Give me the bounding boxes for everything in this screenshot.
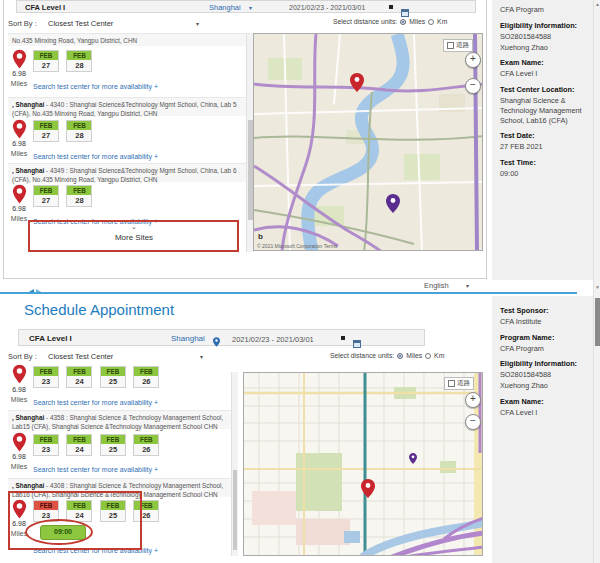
- top-item1-distance: 6.98: [8, 70, 30, 77]
- bottom-list-scrollbar-thumb[interactable]: [233, 470, 237, 550]
- more-sites-label: More Sites: [30, 233, 238, 242]
- map-attribution: © 2021 Microsoft Corporation Terms: [257, 243, 337, 249]
- bottom-sidebar: Test Sponsor: CFA Institute Program Name…: [492, 296, 593, 563]
- bottom-item2-distance: 6.98: [8, 453, 30, 460]
- bottom-item2-dates: FEB23 FEB24 FEB25 FEB26: [33, 434, 162, 456]
- top-item1-dates: FEB27 FEB28: [33, 50, 95, 72]
- top-panel-right-border: [486, 0, 487, 279]
- exam-name-value: CFA Level I: [500, 69, 587, 79]
- bottom-item1-miles-label: Miles: [6, 396, 32, 403]
- top-item2-availability-link[interactable]: Search test center for more availability…: [33, 153, 158, 160]
- bottom-toolbar: CFA Level I Shanghai 2021/02/23 - 2021/0…: [18, 329, 425, 346]
- top-item3-pin-icon: [12, 184, 27, 204]
- bottom-map-zoom-in-button[interactable]: +: [465, 392, 481, 408]
- top-map-layers-toggle[interactable]: 道路: [443, 39, 473, 52]
- top-item3-header: , Shanghai - 4349 : Shanghai Science&Tec…: [8, 163, 252, 182]
- top-sort-select[interactable]: Closest Test Center: [48, 19, 113, 28]
- more-sites-button[interactable]: ⌄ More Sites: [30, 223, 238, 242]
- date-badge-unavailable[interactable]: FEB23: [33, 500, 59, 522]
- map-top[interactable]: b © 2021 Microsoft Corporation Terms: [253, 33, 483, 251]
- date-badge[interactable]: FEB23: [33, 366, 59, 388]
- date-badge[interactable]: FEB28: [66, 120, 92, 142]
- date-badge[interactable]: FEB28: [66, 50, 92, 72]
- date-badge[interactable]: FEB24: [66, 434, 92, 456]
- top-distance-units: Select distance units: Miles Km: [333, 18, 447, 25]
- date-badge[interactable]: FEB28: [66, 185, 92, 207]
- date-badge[interactable]: FEB23: [33, 434, 59, 456]
- scrollbar-down-arrow[interactable]: ▼: [594, 284, 600, 290]
- bottom-exam-select[interactable]: CFA Level I: [29, 334, 72, 343]
- bottom-item3-availability-link[interactable]: Search test center for more availability…: [33, 547, 158, 554]
- top-city-select[interactable]: Shanghai: [209, 3, 241, 12]
- time-slot-button[interactable]: 09:00: [40, 525, 86, 540]
- top-item1-availability-link[interactable]: Search test center for more availability…: [33, 83, 158, 90]
- top-calendar-icon[interactable]: [401, 9, 409, 17]
- page-scrollbar[interactable]: ▲ ▼: [593, 0, 600, 563]
- bottom-item1-availability-link[interactable]: Search test center for more availability…: [33, 399, 158, 406]
- test-date-value: 27 FEB 2021: [500, 142, 587, 152]
- bottom-map-layers-toggle[interactable]: 道路: [444, 377, 474, 390]
- top-miles-radio[interactable]: [400, 19, 406, 25]
- top-exam-select[interactable]: CFA Level I: [25, 3, 65, 12]
- program-name-value: CFA Program: [500, 344, 587, 354]
- language-caret-icon: ▾: [466, 282, 469, 289]
- date-badge[interactable]: FEB26: [133, 500, 159, 522]
- date-badge[interactable]: FEB24: [66, 500, 92, 522]
- language-select[interactable]: English: [424, 281, 449, 290]
- bottom-item2-miles-label: Miles: [6, 463, 32, 470]
- top-panel-left-border: [3, 0, 4, 279]
- date-badge[interactable]: FEB27: [33, 50, 59, 72]
- bottom-item2-pin-icon: [12, 432, 27, 452]
- top-item2-dates: FEB27 FEB28: [33, 120, 95, 142]
- bottom-item3-dates: FEB23 FEB24 FEB25 FEB26: [33, 500, 162, 522]
- map-lake: [344, 531, 360, 543]
- layers-checkbox[interactable]: [448, 380, 455, 387]
- top-km-radio[interactable]: [428, 19, 434, 25]
- date-badge[interactable]: FEB25: [100, 434, 126, 456]
- bottom-map-zoom-out-button[interactable]: −: [465, 414, 481, 430]
- bottom-miles-radio[interactable]: [397, 353, 403, 359]
- bottom-km-radio[interactable]: [425, 353, 431, 359]
- divider-line: [0, 292, 577, 294]
- layers-checkbox[interactable]: [447, 42, 454, 49]
- date-badge[interactable]: FEB27: [33, 120, 59, 142]
- test-time-label: Test Time:: [500, 158, 587, 168]
- date-badge[interactable]: FEB24: [66, 366, 92, 388]
- bottom-calendar-icon[interactable]: [353, 340, 361, 348]
- top-toolbar: CFA Level I Shanghai ▾ 2021/02/23 - 2021…: [16, 0, 476, 13]
- map-bottom-canvas[interactable]: [244, 373, 483, 556]
- bottom-item2-header: , Shanghai - 4358 : Shanghai Science & T…: [8, 410, 232, 429]
- top-map-zoom-in-button[interactable]: +: [465, 52, 481, 68]
- bottom-city-select[interactable]: Shanghai: [171, 334, 205, 343]
- date-badge[interactable]: FEB27: [33, 185, 59, 207]
- map-bottom[interactable]: [243, 372, 483, 556]
- test-time-value: 09:00: [500, 169, 587, 179]
- bottom-date-checkbox[interactable]: [341, 336, 345, 340]
- top-date-range-field[interactable]: 2021/02/23 - 2021/03/01: [289, 4, 365, 11]
- top-miles-label: Miles: [409, 18, 425, 25]
- page-scrollbar-thumb[interactable]: [595, 298, 600, 346]
- eligibility-label: Eligibility Information:: [500, 21, 587, 31]
- eligibility-label: Eligibility Information:: [500, 359, 587, 369]
- map-top-canvas[interactable]: [254, 34, 483, 251]
- bottom-sort-select[interactable]: Closest Test Center: [48, 352, 113, 361]
- bottom-item2-availability-link[interactable]: Search test center for more availability…: [33, 466, 158, 473]
- date-badge[interactable]: FEB26: [133, 366, 159, 388]
- bottom-miles-label: Miles: [406, 352, 422, 359]
- top-map-zoom-out-button[interactable]: −: [465, 78, 481, 94]
- bottom-distance-units: Select distance units: Miles Km: [330, 352, 444, 359]
- top-panel-bottom-border: [3, 278, 487, 279]
- test-center-location-value: Shanghai Science & Technology Management…: [500, 96, 587, 126]
- layers-label: 道路: [456, 41, 469, 50]
- bottom-list-scrollbar[interactable]: [231, 372, 238, 556]
- date-badge[interactable]: FEB25: [100, 500, 126, 522]
- scrollbar-up-arrow[interactable]: ▲: [594, 1, 600, 7]
- date-badge[interactable]: FEB25: [100, 366, 126, 388]
- date-badge[interactable]: FEB26: [133, 434, 159, 456]
- exam-name-label: Exam Name:: [500, 58, 587, 68]
- exam-name-value: CFA Level I: [500, 408, 587, 418]
- top-date-checkbox[interactable]: [389, 5, 393, 9]
- top-item2-pin-icon: [12, 119, 27, 139]
- program-name-label: Program Name:: [500, 333, 587, 343]
- bottom-date-range-field[interactable]: 2021/02/23 - 2021/03/01: [232, 335, 314, 344]
